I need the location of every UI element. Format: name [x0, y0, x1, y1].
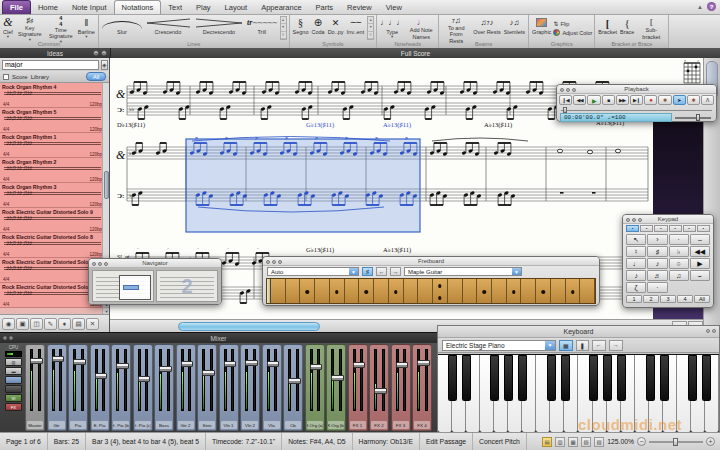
keypad-voice-1[interactable]: 1 — [626, 295, 642, 303]
arrow-left-icon[interactable]: ← — [376, 267, 387, 276]
ribbon-tab-play[interactable]: Play — [189, 0, 218, 14]
ribbon-tab-home[interactable]: Home — [31, 0, 65, 14]
flexitime-button[interactable]: ✱ — [658, 95, 671, 105]
keypad-tab-jazz[interactable]: ▪ — [683, 225, 696, 232]
score-checkbox[interactable] — [3, 74, 9, 80]
idea-item[interactable]: Rock Organ Rhythm 4♪♪♫ ♪♪ ♫♪♪4/4120bpm — [0, 83, 109, 108]
idea-item[interactable]: Rock Organ Rhythm 1♪♪♫ ♪♪ ♫♪♪4/4120bpm — [0, 133, 109, 158]
mixer-strip[interactable]: Gtr 2 — [176, 344, 196, 431]
show-staves-button[interactable] — [5, 376, 22, 384]
ribbon-item-to-and-from-rests[interactable]: 7♫To and From Rests — [441, 16, 471, 40]
live-playback-button[interactable]: ➤ — [673, 95, 686, 105]
edit-idea-button[interactable]: ✎ — [44, 318, 57, 330]
ribbon-tab-layout[interactable]: Layout — [218, 0, 255, 14]
fretboard-instrument-dropdown[interactable]: Maple Guitar ▼ — [404, 267, 522, 276]
fader-handle[interactable] — [417, 360, 430, 366]
idea-item[interactable]: Rock Electric Guitar Distorted Solo 8♪♪♫… — [0, 233, 109, 258]
ribbon-tab-parts[interactable]: Parts — [309, 0, 341, 14]
keypad-key-tie[interactable]: ⌣ — [690, 270, 710, 281]
ideas-all-button[interactable]: All — [86, 72, 106, 81]
keypad-tab-accidentals[interactable]: ▪ — [697, 225, 710, 232]
gallery-scroll[interactable]: ▴▾≡ — [280, 16, 287, 40]
keypad-key-eighth-note-2[interactable]: ♪ — [626, 270, 646, 281]
ribbon-item-segno[interactable]: §Segno — [292, 16, 310, 40]
ribbon-item-barline[interactable]: ‖Barline▾ — [77, 16, 96, 40]
fader-handle[interactable] — [353, 362, 366, 368]
capture-idea-button[interactable]: ◉ — [2, 318, 15, 330]
keypad-key-tenuto[interactable]: – — [690, 234, 710, 245]
idea-item[interactable]: Rock Organ Rhythm 5♪♪♫ ♪♪ ♫♪♪4/4120bpm — [0, 108, 109, 133]
fretboard-mode-dropdown[interactable]: Auto ▼ — [267, 267, 359, 276]
arrow-right-icon[interactable]: → — [390, 267, 401, 276]
hscroll-thumb[interactable] — [178, 322, 320, 331]
ribbon-item-stemlets[interactable]: ♪♫Stemlets — [503, 16, 526, 40]
ribbon-item-slur[interactable]: Slur — [101, 16, 143, 40]
keypad-tab-beams[interactable]: ▪ — [654, 225, 667, 232]
show-virtual-instruments-button[interactable]: VI — [5, 394, 22, 402]
black-key[interactable] — [660, 355, 669, 401]
keypad-key-rewind[interactable]: ◀◀ — [690, 246, 710, 257]
fader-handle[interactable] — [159, 366, 172, 372]
black-key[interactable] — [589, 355, 598, 401]
ribbon-item-brace[interactable]: {Brace — [619, 16, 635, 40]
fader-handle[interactable] — [396, 362, 409, 368]
keypad-tab-common-notes[interactable]: ▪ — [626, 225, 639, 232]
navigator-viewport[interactable] — [119, 275, 151, 300]
collapse-ribbon-icon[interactable]: ▲ — [697, 4, 703, 10]
keypad-voice-2[interactable]: 2 — [643, 295, 659, 303]
fader-handle[interactable] — [288, 378, 301, 384]
mixer-strip[interactable]: Cb — [283, 344, 303, 431]
zoom-out-icon[interactable]: − — [637, 437, 646, 446]
keypad-voice-all[interactable]: All — [694, 295, 710, 303]
fretboard-display[interactable] — [266, 278, 596, 304]
black-key[interactable] — [490, 355, 499, 401]
keypad-titlebar[interactable]: Keypad — [623, 215, 713, 224]
gallery-scroll[interactable]: ▴▾≡ — [367, 16, 374, 40]
show-faders-button[interactable]: ▬ — [5, 367, 22, 375]
black-key[interactable] — [646, 355, 655, 401]
keyboard-titlebar[interactable]: Keyboard — [438, 326, 719, 338]
fader-handle[interactable] — [267, 361, 280, 367]
keypad-key-flat[interactable]: ♭ — [669, 246, 689, 257]
mixer-titlebar[interactable]: Mixer — [0, 333, 437, 343]
ribbon-item-type[interactable]: ♩♩♩Type▾ — [379, 16, 405, 40]
view-pan-icon[interactable]: ▤ — [542, 437, 552, 447]
keypad-key-rhythm-dot[interactable]: · — [647, 282, 667, 293]
ribbon-tab-notations[interactable]: Notations — [114, 0, 162, 14]
ideas-panel-header[interactable]: Ideas ▾ ✕ — [0, 48, 110, 58]
mixer-strip[interactable]: E. Pia (c) — [133, 344, 153, 431]
keypad-tab-more-notes[interactable]: ▪ — [640, 225, 653, 232]
ribbon-tab-note-input[interactable]: Note Input — [65, 0, 114, 14]
ribbon-tab-view[interactable]: View — [379, 0, 409, 14]
scroll-down-icon[interactable]: ▼ — [103, 307, 109, 314]
mixer-strip[interactable]: R.Org (b) — [326, 344, 346, 431]
show-fx-button[interactable]: FX — [5, 403, 22, 411]
mixer-strip[interactable]: R.Org (a) — [305, 344, 325, 431]
ribbon-item-sub-bracket[interactable]: [Sub-bracket — [636, 16, 666, 40]
help-icon[interactable]: ? — [707, 2, 716, 11]
fader-handle[interactable] — [374, 388, 387, 394]
keyboard-size-button[interactable]: ▦ — [559, 340, 573, 351]
zoom-in-icon[interactable]: + — [706, 437, 715, 446]
fader-handle[interactable] — [245, 360, 258, 366]
playback-timeline[interactable] — [561, 106, 712, 111]
keyboard-instrument-dropdown[interactable]: Electric Stage Piano ▼ — [442, 340, 556, 351]
ribbon-item-inv-ent[interactable]: ∼∼Inv..ent — [346, 16, 366, 40]
delete-idea-button[interactable]: ✕ — [86, 318, 99, 330]
keypad-voice-4[interactable]: 4 — [677, 295, 693, 303]
keypad-key-play[interactable]: ▶ — [690, 258, 710, 269]
fader-handle[interactable] — [30, 358, 43, 364]
ribbon-item-adjust-color[interactable]: Adjust Color — [553, 29, 592, 36]
mixer-strip[interactable]: E. Pia — [90, 344, 110, 431]
fader-handle[interactable] — [138, 376, 151, 382]
navigator-titlebar[interactable]: Navigator — [89, 259, 221, 268]
fader-handle[interactable] — [181, 361, 194, 367]
ideas-library-tab[interactable]: Library — [31, 74, 49, 80]
ribbon-tab-text[interactable]: Text — [161, 0, 189, 14]
keypad-key-sharp[interactable]: ♯ — [647, 246, 667, 257]
keypad-tab-articulations[interactable]: ▪ — [669, 225, 682, 232]
black-key[interactable] — [561, 355, 570, 401]
keypad-key-staccato[interactable]: · — [669, 234, 689, 245]
mixer-strip[interactable]: FX 1 — [348, 344, 368, 431]
ribbon-tab-appearance[interactable]: Appearance — [254, 0, 308, 14]
